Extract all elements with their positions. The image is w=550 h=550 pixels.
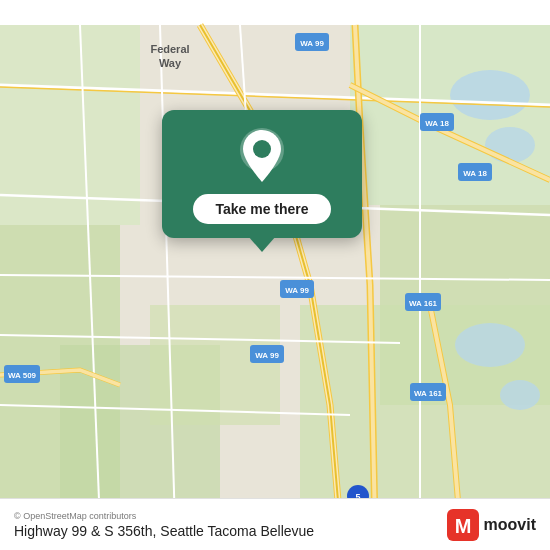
popup-card: Take me there: [162, 110, 362, 238]
svg-point-9: [485, 127, 535, 163]
svg-text:WA 99: WA 99: [300, 39, 324, 48]
svg-text:Federal: Federal: [150, 43, 189, 55]
location-name: Highway 99 & S 356th, Seattle Tacoma Bel…: [14, 523, 314, 539]
svg-point-11: [500, 380, 540, 410]
moovit-icon: M: [447, 509, 479, 541]
svg-text:WA 99: WA 99: [255, 351, 279, 360]
svg-text:M: M: [454, 515, 471, 537]
svg-text:WA 509: WA 509: [8, 371, 37, 380]
svg-text:WA 99: WA 99: [285, 286, 309, 295]
map-container: WA 99 WA 99 WA 99 WA 18 WA 18 WA 161 WA …: [0, 0, 550, 550]
svg-point-10: [455, 323, 525, 367]
svg-text:WA 18: WA 18: [463, 169, 487, 178]
moovit-logo: M moovit: [447, 509, 536, 541]
map-attribution: © OpenStreetMap contributors: [14, 511, 314, 521]
svg-point-8: [450, 70, 530, 120]
moovit-brand-text: moovit: [484, 516, 536, 534]
location-pin-icon: [238, 128, 286, 184]
svg-text:WA 161: WA 161: [414, 389, 443, 398]
take-me-there-button[interactable]: Take me there: [193, 194, 330, 224]
svg-text:WA 161: WA 161: [409, 299, 438, 308]
bottom-bar-info: © OpenStreetMap contributors Highway 99 …: [14, 511, 314, 539]
svg-point-43: [253, 140, 271, 158]
svg-text:Way: Way: [159, 57, 182, 69]
bottom-bar: © OpenStreetMap contributors Highway 99 …: [0, 498, 550, 550]
map-background: WA 99 WA 99 WA 99 WA 18 WA 18 WA 161 WA …: [0, 0, 550, 550]
svg-text:WA 18: WA 18: [425, 119, 449, 128]
